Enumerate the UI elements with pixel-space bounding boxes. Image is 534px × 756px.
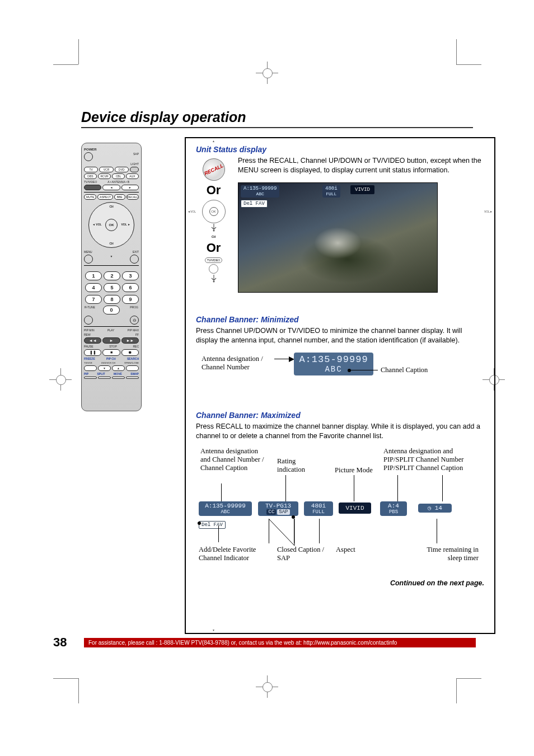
osd-delfav: Del FAV: [241, 200, 268, 208]
remote-menu: [84, 255, 93, 264]
remote-num-8: 8: [104, 295, 120, 304]
remote-light-btn: [130, 167, 139, 172]
max-osd-pipch: A:4: [388, 503, 399, 509]
power-button-icon: [84, 152, 93, 161]
or-label-1: Or: [207, 183, 221, 198]
max-osd-pipcap: PBS: [380, 509, 407, 515]
max-osd-rating: TV-PG13: [265, 503, 291, 509]
remote-rew: ◄◄: [84, 337, 101, 344]
remote-stop: ■: [102, 349, 120, 356]
remote-illustration: POWER SAP LIGHT TV VCR DVD DBS RCVR CBL: [81, 143, 148, 411]
remote-num-0: 0: [103, 306, 120, 314]
remote-exit-label: EXIT: [133, 250, 139, 253]
remote-antenna-label: A • ANTENNA • B: [98, 180, 139, 184]
remote-rcvr: RCVR: [98, 173, 111, 179]
max-osd-cap: ABC: [199, 509, 252, 515]
hand-down-icon: [209, 223, 219, 233]
max-bot-fav: Add/Delete Favorite Channel Indicator: [199, 546, 266, 562]
remote-bbe: BBE: [114, 194, 125, 200]
remote-dbs: DBS: [84, 173, 97, 179]
clock-icon: ◷: [428, 505, 431, 511]
osd-channel: A:135-99999: [243, 186, 277, 191]
max-osd-res: 480i: [311, 503, 326, 509]
max-bot-aspect: Aspect: [336, 546, 369, 554]
svg-point-3: [348, 369, 351, 372]
remote-rec: ⏺: [121, 349, 139, 356]
max-co-pip: Antenna designation and PIP/SPLIT Channe…: [383, 447, 479, 472]
remote-num-6: 6: [122, 283, 139, 292]
remote-split: [98, 377, 111, 379]
remote-prog: ⊖: [130, 316, 139, 325]
remote-search: [126, 365, 139, 371]
remote-ant-a: ◄: [102, 185, 120, 190]
max-co-ch: Antenna designation and Channel Number /…: [200, 447, 265, 472]
remote-num-9: 9: [122, 295, 139, 304]
remote-move: [112, 377, 125, 379]
min-left-callout: Antenna designation / Channel Number: [202, 355, 274, 372]
remote-light-label: LIGHT: [84, 162, 139, 166]
min-heading: Channel Banner: Minimized: [196, 315, 484, 324]
max-osd-sleep: 14: [435, 505, 442, 511]
svg-point-1: [213, 281, 214, 283]
svg-point-4: [198, 522, 201, 525]
remote-cbl: CBL: [112, 173, 125, 179]
remote-power-label: POWER: [84, 148, 139, 151]
max-heading: Channel Banner: Maximized: [196, 411, 484, 420]
tv-screenshot: A:135-99999 ABC 480i FULL VIVID Del FAV: [238, 182, 438, 293]
unit-status-text: Press the RECALL, Channel UP/DOWN or TV/…: [238, 156, 484, 175]
continued-note: Continued on the next page.: [390, 579, 484, 587]
remote-mute: MUTE: [84, 194, 96, 200]
osd-aspect: FULL: [325, 191, 338, 196]
osd-res: 480i: [325, 186, 338, 191]
max-osd-delfav: Del FAV: [199, 521, 226, 529]
remote-ant-b: ►: [121, 185, 139, 190]
max-osd-ch: A:135-99999: [205, 503, 246, 509]
remote-aux: AUX: [126, 173, 139, 179]
page-number: 38: [53, 635, 84, 650]
page-title: Device display operation: [81, 109, 473, 128]
osd-caption: ABC: [243, 191, 277, 196]
remote-freeze: [84, 365, 97, 371]
max-bot-cc: Closed Caption / SAP: [277, 546, 333, 562]
remote-swap: [126, 377, 139, 379]
remote-pipch-dn: ▼: [98, 365, 111, 371]
remote-num-5: 5: [104, 283, 120, 292]
tvvideo-icon-label: TV/VIDEO: [205, 257, 222, 263]
remote-recall: RECALL: [127, 194, 139, 200]
max-osd-sap: SAP: [277, 509, 289, 515]
remote-rtune: [84, 316, 93, 325]
remote-tvvideo-label: TV/VIDEO: [84, 180, 97, 184]
remote-pipch-up: ▲: [112, 365, 125, 371]
max-osd-mode: VIVID: [339, 503, 371, 514]
remote-num-7: 7: [85, 295, 102, 304]
remote-num-2: 2: [104, 271, 120, 280]
remote-sap-label: SAP: [133, 152, 139, 161]
remote-exit: [130, 255, 139, 264]
remote-pause: ❚❚: [84, 349, 101, 356]
remote-num-3: 3: [122, 271, 139, 280]
max-co-picture: Picture Mode: [335, 466, 382, 475]
remote-play: ►: [102, 337, 120, 344]
max-osd-cc: CC: [266, 509, 276, 515]
remote-tvvideo: [84, 185, 101, 190]
ch-label: CH: [212, 235, 216, 238]
remote-pip: [84, 377, 97, 379]
min-text: Press Channel UP/DOWN or TV/VIDEO to min…: [196, 326, 484, 345]
min-right-callout: Channel Caption: [381, 366, 428, 374]
max-co-rating: Rating indication: [277, 457, 316, 474]
prog-label: PROG: [123, 306, 138, 314]
remote-menu-label: MENU: [84, 250, 92, 253]
max-bot-sleep: Time remaining in sleep timer: [417, 546, 479, 562]
remote-ok: OK: [105, 219, 118, 231]
dpad-icon: ▲ ◄VOL VOL► ▼ OK: [202, 200, 226, 223]
min-banner: A:135-99999 ABC: [294, 353, 373, 375]
max-text: Press RECALL to maximize the channel ban…: [196, 422, 484, 440]
recall-icon: RECALL: [199, 154, 228, 184]
content-panel: Unit Status display RECALL Or ▲ ◄VOL VOL…: [185, 137, 495, 634]
remote-vcr: VCR: [99, 167, 113, 172]
remote-dpad: CH ◄ VOL VOL ► CH OK: [88, 202, 134, 248]
remote-num-1: 1: [85, 271, 102, 280]
remote-dvd: DVD: [115, 167, 129, 172]
remote-aspect: ASPECT: [97, 194, 113, 200]
osd-mode: VIVID: [350, 185, 374, 194]
